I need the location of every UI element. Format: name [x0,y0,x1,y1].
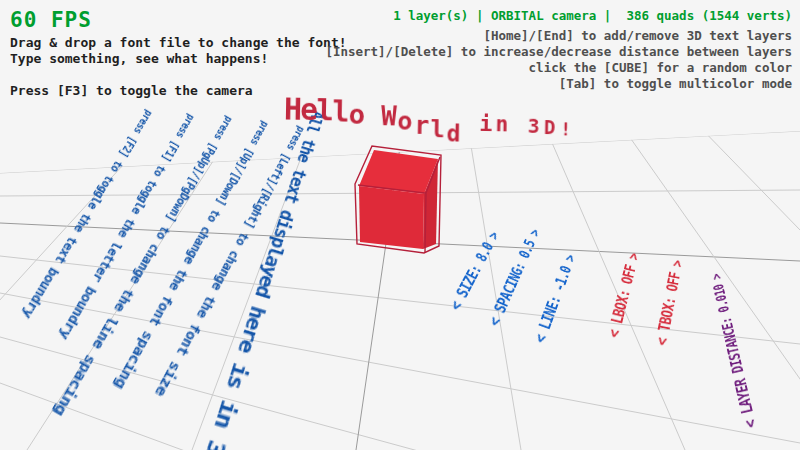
status-bar: 1 layer(s) | ORBITAL camera | 386 quads … [393,8,792,23]
cube-face-left[interactable] [359,186,424,249]
help-left-line: Type something, see what happens! [10,51,268,66]
fps-counter: 60 FPS [10,8,92,32]
help-left-line: Drag & drop a font file to change the fo… [10,35,347,50]
help-right-line: [Home]/[End] to add/remove 3D text layer… [483,28,792,43]
cube-face-top[interactable] [359,150,438,194]
help-left-line: Press [F3] to toggle the camera [10,83,253,98]
help-right-line: click the [CUBE] for a random color [529,60,792,75]
help-right-line: [Insert]/[Delete] to increase/decrease d… [325,44,792,59]
wave-text: Hello World in 3D! [284,91,574,131]
cube[interactable] [355,146,441,253]
help-right-line: [Tab] to toggle multicolor mode [559,76,792,91]
